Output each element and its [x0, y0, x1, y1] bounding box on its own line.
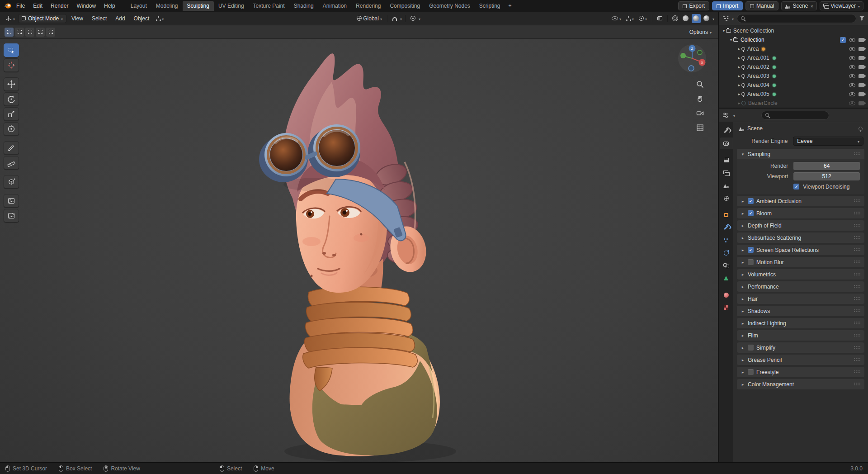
workspace-tab-layout[interactable]: Layout — [126, 1, 151, 11]
shading-settings-chevron-icon[interactable] — [712, 15, 714, 22]
panel-header[interactable]: Volumetrics — [737, 269, 864, 280]
motion-blur-checkbox[interactable] — [748, 259, 754, 265]
properties-search-input[interactable] — [761, 111, 829, 120]
tool-measure[interactable] — [4, 156, 19, 170]
tab-physics[interactable] — [720, 247, 733, 259]
snap-toggle[interactable] — [391, 15, 399, 22]
tool-extra-b[interactable] — [4, 209, 19, 223]
drag-grip-icon[interactable] — [854, 236, 861, 239]
hide-viewport-eye-icon[interactable] — [849, 92, 855, 96]
workspace-tab-rendering[interactable]: Rendering — [351, 1, 385, 11]
tab-render[interactable] — [720, 137, 733, 149]
select-mode-subtract-button[interactable] — [25, 28, 34, 37]
collection-checkbox[interactable] — [840, 37, 846, 43]
outliner-row-area-001[interactable]: Area.001 — [719, 53, 868, 62]
panel-header[interactable]: Hair — [737, 294, 864, 304]
menu-view[interactable]: View — [68, 14, 87, 23]
workspace-tab-shading[interactable]: Shading — [289, 1, 318, 11]
proportional-falloff-chevron-icon[interactable] — [419, 15, 420, 22]
select-mode-extend-button[interactable] — [15, 28, 24, 37]
tool-scale[interactable] — [4, 107, 19, 121]
disable-render-camera-icon[interactable] — [859, 38, 864, 42]
menu-object[interactable]: Object — [130, 14, 153, 23]
outliner-row-collection[interactable]: Collection — [719, 35, 868, 44]
drag-grip-icon[interactable] — [854, 358, 861, 361]
drag-grip-icon[interactable] — [854, 309, 861, 313]
tab-material[interactable] — [720, 289, 733, 301]
panel-header[interactable]: Indirect Lighting — [737, 318, 864, 328]
screen-space-reflections-checkbox[interactable] — [748, 247, 754, 253]
drag-grip-icon[interactable] — [854, 261, 861, 264]
ambient-occlusion-checkbox[interactable] — [748, 198, 754, 204]
outliner-row-area[interactable]: Area — [719, 44, 868, 53]
tool-extra-a[interactable] — [4, 194, 19, 208]
drag-grip-icon[interactable] — [854, 346, 861, 349]
disclosure-icon[interactable] — [737, 92, 741, 96]
disclosure-icon[interactable] — [737, 74, 741, 78]
select-mode-invert-button[interactable] — [36, 28, 45, 37]
menu-help[interactable]: Help — [100, 1, 119, 10]
zoom-icon[interactable] — [696, 81, 704, 88]
disclosure-icon[interactable] — [737, 47, 741, 51]
drag-grip-icon[interactable] — [854, 199, 861, 203]
import-button[interactable]: Import — [712, 1, 743, 10]
blender-logo-icon[interactable] — [4, 3, 12, 9]
viewport-canvas[interactable]: Z X — [0, 39, 718, 462]
scene-selector[interactable]: Scene — [781, 1, 817, 10]
panel-header[interactable]: Grease Pencil — [737, 355, 864, 365]
gizmo-z-label[interactable]: Z — [691, 47, 693, 51]
outliner-row-scene-collection[interactable]: Scene Collection — [719, 26, 868, 35]
editor-type-button[interactable] — [4, 14, 17, 23]
proportional-editing-toggle[interactable] — [409, 15, 417, 22]
tool-cursor[interactable] — [4, 58, 19, 72]
workspace-tab-texture-paint[interactable]: Texture Paint — [249, 1, 289, 11]
drag-grip-icon[interactable] — [854, 383, 861, 386]
viewport-denoising-checkbox[interactable] — [793, 184, 799, 190]
panel-header[interactable]: Depth of Field — [737, 220, 864, 231]
tab-view-layer[interactable] — [720, 167, 733, 179]
outliner-row-area-003[interactable]: Area.003 — [719, 71, 868, 81]
shading-rendered-button[interactable] — [702, 14, 711, 23]
menu-select[interactable]: Select — [88, 14, 110, 23]
hide-viewport-eye-icon[interactable] — [849, 47, 855, 51]
panel-header[interactable]: Film — [737, 330, 864, 341]
outliner-filter-input[interactable] — [737, 14, 856, 23]
navigation-gizmo[interactable]: Z X — [677, 43, 707, 73]
workspace-tab-scripting[interactable]: Scripting — [475, 1, 505, 11]
disable-render-camera-icon[interactable] — [859, 56, 864, 60]
hide-viewport-eye-icon[interactable] — [849, 74, 855, 78]
drag-grip-icon[interactable] — [854, 334, 861, 337]
simplify-checkbox[interactable] — [748, 345, 754, 351]
viewport-samples-field[interactable]: 512 — [793, 172, 860, 180]
drag-grip-icon[interactable] — [854, 224, 861, 227]
disable-render-camera-icon[interactable] — [859, 65, 864, 69]
tool-select-box[interactable] — [4, 43, 19, 57]
drag-grip-icon[interactable] — [854, 370, 861, 374]
pan-hand-icon[interactable] — [696, 95, 704, 103]
outliner-row-bezier-circle[interactable]: BezierCircle — [719, 99, 868, 108]
render-samples-field[interactable]: 64 — [793, 162, 860, 170]
disable-render-camera-icon[interactable] — [859, 101, 864, 105]
panel-header[interactable]: Shadows — [737, 306, 864, 316]
tab-modifiers[interactable] — [720, 222, 733, 233]
select-mode-set-button[interactable] — [5, 28, 14, 37]
tab-scene[interactable] — [720, 180, 733, 191]
xray-toggle[interactable] — [656, 15, 664, 21]
tab-object-data[interactable] — [720, 272, 733, 284]
panel-header[interactable]: Motion Blur — [737, 257, 864, 267]
show-overlays-button[interactable] — [637, 14, 649, 23]
disable-render-camera-icon[interactable] — [859, 47, 864, 51]
panel-header[interactable]: Bloom — [737, 208, 864, 218]
workspace-tab-modeling[interactable]: Modeling — [151, 1, 183, 11]
drag-grip-icon[interactable] — [854, 152, 861, 156]
disclosure-icon[interactable] — [737, 83, 741, 87]
disclosure-icon[interactable] — [737, 56, 741, 60]
transform-orientation-dropdown[interactable]: Global — [355, 14, 384, 23]
panel-header[interactable]: Subsurface Scattering — [737, 232, 864, 243]
menu-file[interactable]: File — [13, 1, 28, 10]
tab-constraints[interactable] — [720, 260, 733, 271]
gizmo-x-label[interactable]: X — [701, 61, 703, 65]
tool-move[interactable] — [4, 77, 19, 91]
disable-render-camera-icon[interactable] — [859, 83, 864, 87]
tool-transform[interactable] — [4, 122, 19, 136]
